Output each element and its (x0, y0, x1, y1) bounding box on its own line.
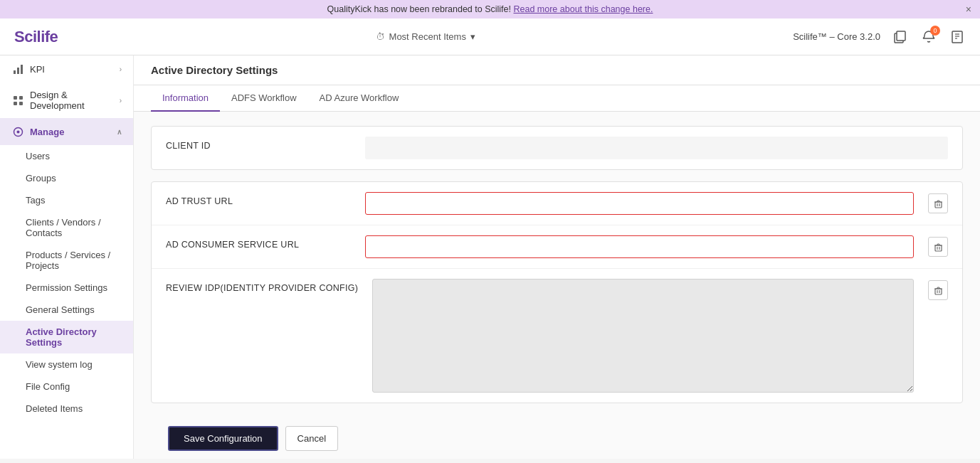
review-idp-row: Review IDP(Identity Provider Config) (152, 269, 962, 403)
sidebar-item-tags[interactable]: Tags (0, 189, 133, 211)
recent-items-label: Most Recent Items (389, 31, 466, 42)
trash-icon (934, 286, 943, 295)
svg-rect-12 (19, 102, 23, 105)
ad-trust-url-input[interactable] (365, 192, 914, 215)
svg-rect-7 (17, 68, 19, 74)
copy-icon-button[interactable] (892, 28, 909, 46)
banner-close-button[interactable]: × (966, 4, 971, 15)
main-content: Active Directory Settings Information AD… (134, 55, 980, 459)
sidebar-item-deleted[interactable]: Deleted Items (0, 398, 133, 420)
sidebar-file-config-label: File Config (26, 381, 70, 392)
ad-consumer-url-delete-button[interactable] (928, 237, 948, 257)
chevron-right-icon: › (120, 97, 122, 105)
header-right: Scilife™ – Core 3.2.0 0 (793, 28, 966, 46)
sidebar-item-view-log[interactable]: View system log (0, 353, 133, 376)
sidebar-item-users[interactable]: Users (0, 145, 133, 167)
sidebar-users-label: Users (26, 151, 50, 161)
book-icon-button[interactable] (949, 28, 966, 46)
svg-rect-10 (19, 96, 23, 100)
sidebar-item-clients[interactable]: Clients / Vendors / Contacts (0, 211, 133, 244)
banner-text: QualityKick has now been rebranded to Sc… (327, 4, 514, 14)
svg-rect-8 (21, 65, 23, 74)
tab-information[interactable]: Information (151, 85, 220, 112)
sidebar-item-products[interactable]: Products / Services / Projects (0, 244, 133, 277)
svg-rect-2 (952, 31, 962, 43)
client-id-value (365, 137, 948, 159)
tabs-bar: Information ADFS Workflow AD Azure Workf… (134, 85, 980, 112)
sidebar-active-directory-label: Active Directory Settings (26, 326, 97, 348)
svg-rect-23 (935, 289, 942, 294)
trash-icon (934, 243, 943, 252)
notifications-button[interactable]: 0 (920, 28, 937, 46)
review-idp-delete-button[interactable] (928, 280, 948, 300)
sidebar-item-kpi[interactable]: KPI › (0, 55, 133, 83)
svg-rect-6 (14, 70, 16, 74)
app-logo: Scilife (14, 28, 58, 46)
page-title: Active Directory Settings (151, 64, 278, 76)
chart-icon (11, 63, 24, 75)
chevron-right-icon: › (120, 65, 122, 73)
sidebar-item-active-directory[interactable]: Active Directory Settings (0, 321, 133, 353)
version-label: Scilife™ – Core 3.2.0 (793, 31, 880, 42)
svg-rect-11 (14, 102, 17, 105)
rebrand-banner: QualityKick has now been rebranded to Sc… (0, 0, 980, 18)
review-idp-textarea[interactable] (372, 279, 914, 393)
client-id-row: Client ID (152, 127, 962, 169)
page-header: Active Directory Settings (134, 55, 980, 85)
sidebar-general-label: General Settings (26, 304, 95, 315)
cancel-button[interactable]: Cancel (285, 426, 338, 451)
svg-rect-19 (935, 245, 942, 251)
svg-point-14 (16, 130, 19, 133)
sidebar-groups-label: Groups (26, 173, 56, 183)
manage-icon (11, 125, 24, 138)
form-actions: Save Configuration Cancel (151, 415, 963, 459)
client-id-label: Client ID (166, 137, 351, 151)
sidebar-item-groups[interactable]: Groups (0, 167, 133, 189)
svg-rect-1 (897, 31, 905, 41)
ad-consumer-url-label: AD CONSUMER SERVICE URL (166, 235, 351, 250)
sidebar-item-design-dev[interactable]: Design &Development › (0, 83, 133, 118)
sidebar-tags-label: Tags (26, 195, 45, 206)
tab-adfs-workflow[interactable]: ADFS Workflow (220, 85, 308, 112)
ad-trust-url-label: AD TRUST URL (166, 192, 351, 206)
sidebar-item-general[interactable]: General Settings (0, 299, 133, 321)
review-idp-label: Review IDP(Identity Provider Config) (166, 279, 358, 293)
sidebar-item-file-config[interactable]: File Config (0, 376, 133, 398)
app-body: KPI › Design &Development › Manage ∧ Use… (0, 55, 980, 459)
chevron-down-icon: ∧ (117, 128, 122, 136)
sidebar-design-label: Design &Development (30, 90, 85, 111)
svg-rect-9 (14, 96, 17, 100)
recent-items-button[interactable]: ⏱ Most Recent Items ▾ (376, 31, 475, 42)
sidebar-clients-label: Clients / Vendors / Contacts (26, 217, 101, 238)
sidebar: KPI › Design &Development › Manage ∧ Use… (0, 55, 134, 459)
trash-icon (934, 199, 943, 208)
book-icon (950, 30, 964, 44)
ad-consumer-url-input[interactable] (365, 235, 914, 258)
sidebar-item-permission[interactable]: Permission Settings (0, 277, 133, 299)
form-section: Client ID AD TRUST URL (134, 112, 980, 459)
tab-ad-azure-workflow[interactable]: AD Azure Workflow (308, 85, 411, 112)
sidebar-deleted-label: Deleted Items (26, 403, 83, 414)
ad-fields-card: AD TRUST URL AD CONSUMER SER (151, 181, 963, 403)
save-configuration-button[interactable]: Save Configuration (168, 426, 278, 451)
sidebar-view-log-label: View system log (26, 359, 93, 370)
notification-badge: 0 (930, 26, 940, 36)
ad-consumer-url-row: AD CONSUMER SERVICE URL (152, 225, 962, 269)
client-id-card: Client ID (151, 126, 963, 170)
sidebar-products-label: Products / Services / Projects (26, 250, 110, 271)
banner-link[interactable]: Read more about this change here. (513, 4, 653, 14)
sidebar-kpi-label: KPI (30, 64, 45, 75)
clock-icon: ⏱ (376, 31, 385, 42)
copy-icon (893, 30, 907, 44)
ad-trust-url-row: AD TRUST URL (152, 182, 962, 225)
sidebar-manage-label: Manage (30, 127, 64, 137)
ad-trust-url-delete-button[interactable] (928, 193, 948, 213)
sidebar-permission-label: Permission Settings (26, 282, 107, 293)
sidebar-item-manage[interactable]: Manage ∧ (0, 118, 133, 145)
svg-rect-15 (935, 202, 942, 208)
app-header: Scilife ⏱ Most Recent Items ▾ Scilife™ –… (0, 18, 980, 55)
chevron-down-icon: ▾ (470, 31, 475, 42)
grid-icon (11, 94, 24, 107)
